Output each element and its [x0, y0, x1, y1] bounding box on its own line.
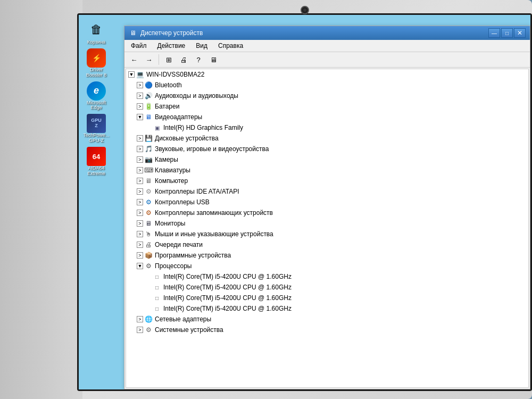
tree-node-ide[interactable]: > ⚙ Контроллеры IDE ATA/ATAPI — [126, 186, 528, 197]
software-icon: 📦 — [144, 251, 153, 260]
cpu2-label: Intel(R) Core(TM) i5-4200U CPU @ 1.60GHz — [163, 284, 292, 291]
tree-node-computer[interactable]: ▼ 💻 WIN-IDVSS0BMA22 — [126, 69, 528, 80]
desktop-icon-driver-booster[interactable]: ⚡ DriverBooster 8 — [80, 48, 112, 78]
tree-node-bluetooth[interactable]: > 🔵 Bluetooth — [126, 80, 528, 90]
back-button[interactable]: ← — [128, 54, 140, 65]
expand-usb[interactable]: > — [137, 199, 143, 205]
tree-node-system[interactable]: > ⚙ Системные устройства — [126, 325, 528, 335]
expand-camera[interactable]: > — [137, 156, 143, 163]
ide-icon: ⚙ — [144, 187, 153, 196]
tree-node-cpu4[interactable]: □ Intel(R) Core(TM) i5-4200U CPU @ 1.60G… — [126, 303, 528, 314]
tree-node-disk[interactable]: > 💾 Дисковые устройства — [126, 133, 528, 144]
expand-sound[interactable]: > — [137, 146, 143, 152]
aida64-label: AIDA64Extreme — [87, 166, 105, 177]
menu-action[interactable]: Действие — [155, 41, 188, 51]
desktop-icons-area: 🗑 Корзина ⚡ DriverBooster 8 e MicrosoftE… — [80, 20, 118, 180]
system-label: Системные устройства — [155, 326, 223, 334]
expand-keyboard[interactable]: > — [137, 167, 143, 173]
screen-button[interactable]: 🖥 — [207, 54, 220, 65]
cpu4-icon: □ — [153, 304, 161, 313]
tree-node-intel-gpu[interactable]: ▣ Intel(R) HD Graphics Family — [126, 122, 528, 133]
expand-display[interactable]: ▼ — [137, 114, 143, 120]
expand-disk[interactable]: > — [137, 135, 143, 142]
expand-ide[interactable]: > — [137, 188, 143, 195]
window-title: Диспетчер устройств — [140, 29, 203, 37]
tree-node-cpu[interactable]: ▼ ⚙ Процессоры — [126, 261, 528, 271]
gpuz-icon: GPUZ — [87, 114, 106, 133]
expand-network[interactable]: > — [137, 316, 143, 322]
menu-help[interactable]: Справка — [216, 41, 245, 51]
expand-audio[interactable]: > — [137, 93, 143, 99]
expand-mouse[interactable]: > — [137, 231, 143, 237]
expand-computer[interactable]: ▼ — [128, 71, 135, 78]
camera-icon: 📷 — [144, 155, 153, 164]
menu-view[interactable]: Вид — [194, 41, 210, 51]
bluetooth-label: Bluetooth — [155, 81, 182, 89]
desktop-icon-gpuz[interactable]: GPUZ TechPowe...GPU-Z — [80, 114, 112, 144]
expand-bluetooth[interactable]: > — [137, 82, 143, 88]
expand-cpu[interactable]: ▼ — [137, 263, 143, 269]
window-toolbar: ← → ⊞ 🖨 ? 🖥 — [124, 52, 530, 68]
expand-storage[interactable]: > — [137, 210, 143, 216]
computer-button[interactable]: ⊞ — [162, 54, 175, 65]
battery-label: Батареи — [155, 103, 179, 110]
tree-node-keyboard[interactable]: > ⌨ Клавиатуры — [126, 165, 528, 176]
window-menubar: Файл Действие Вид Справка — [124, 40, 530, 52]
tree-node-network[interactable]: > 🌐 Сетевые адаптеры — [126, 314, 528, 325]
tree-node-computer2[interactable]: > 🖥 Компьютер — [126, 176, 528, 186]
gpuz-label: TechPowe...GPU-Z — [83, 133, 109, 144]
device-manager-window: 🖥 Диспетчер устройств — □ ✕ Файл Действи… — [124, 26, 530, 389]
expand-monitor[interactable]: > — [137, 220, 143, 227]
tree-node-software[interactable]: > 📦 Программные устройства — [126, 250, 528, 261]
driver-booster-label: DriverBooster 8 — [86, 68, 107, 78]
cpu2-icon: □ — [153, 283, 161, 292]
disk-label: Дисковые устройства — [155, 135, 219, 142]
desktop-icon-aida64[interactable]: 64 AIDA64Extreme — [80, 147, 112, 177]
cpu-label: Процессоры — [155, 262, 192, 270]
pc-icon: 🖥 — [144, 177, 153, 185]
close-button[interactable]: ✕ — [514, 28, 526, 38]
monitor-icon: 🖥 — [144, 219, 153, 228]
recycle-bin-icon: 🗑 — [87, 20, 106, 39]
print-button[interactable]: 🖨 — [177, 54, 190, 65]
device-tree[interactable]: ▼ 💻 WIN-IDVSS0BMA22 > 🔵 Bluetooth > 🔊 Ау… — [126, 69, 529, 388]
screen-desktop: 🗑 Корзина ⚡ DriverBooster 8 e MicrosoftE… — [79, 15, 530, 389]
minimize-button[interactable]: — — [488, 28, 500, 38]
expand-software[interactable]: > — [137, 252, 143, 259]
tree-node-monitor[interactable]: > 🖥 Мониторы — [126, 218, 528, 229]
edge-label: MicrosoftEdge — [87, 101, 106, 111]
tree-node-usb[interactable]: > ⚙ Контроллеры USB — [126, 197, 528, 207]
tree-node-display[interactable]: ▼ 🖥 Видеоадаптеры — [126, 112, 528, 122]
print-label: Очереди печати — [155, 241, 203, 248]
tree-node-storage[interactable]: > ⚙ Контроллеры запоминающих устройств — [126, 207, 528, 218]
tree-node-cpu1[interactable]: □ Intel(R) Core(TM) i5-4200U CPU @ 1.60G… — [126, 271, 528, 282]
forward-button[interactable]: → — [143, 54, 155, 65]
sound-label: Звуковые, игровые и видеоустройства — [155, 145, 269, 153]
tree-node-sound[interactable]: > 🎵 Звуковые, игровые и видеоустройства — [126, 144, 528, 154]
keyboard-icon: ⌨ — [144, 166, 153, 174]
tree-node-battery[interactable]: > 🔋 Батареи — [126, 101, 528, 112]
tree-node-audio[interactable]: > 🔊 Аудиовходы и аудиовыходы — [126, 90, 528, 101]
tree-node-camera[interactable]: > 📷 Камеры — [126, 154, 528, 165]
tree-node-cpu3[interactable]: □ Intel(R) Core(TM) i5-4200U CPU @ 1.60G… — [126, 293, 528, 303]
expand-computer2[interactable]: > — [137, 178, 143, 184]
tree-node-print[interactable]: > 🖨 Очереди печати — [126, 239, 528, 250]
cpu3-icon: □ — [153, 294, 161, 302]
help-button[interactable]: ? — [192, 54, 205, 65]
tree-node-cpu2[interactable]: □ Intel(R) Core(TM) i5-4200U CPU @ 1.60G… — [126, 282, 528, 293]
tree-node-mouse[interactable]: > 🖱 Мыши и иные указывающие устройства — [126, 229, 528, 239]
cpu4-label: Intel(R) Core(TM) i5-4200U CPU @ 1.60GHz — [163, 305, 292, 312]
maximize-button[interactable]: □ — [501, 28, 513, 38]
expand-print[interactable]: > — [137, 242, 143, 248]
expand-system[interactable]: > — [137, 327, 143, 333]
display-label: Видеоадаптеры — [155, 113, 202, 121]
storage-icon: ⚙ — [144, 209, 153, 217]
desktop-icon-edge[interactable]: e MicrosoftEdge — [80, 81, 112, 111]
menu-file[interactable]: Файл — [129, 41, 149, 51]
desktop-icon-recycle-bin[interactable]: 🗑 Корзина — [80, 20, 112, 45]
camera-label: Камеры — [155, 156, 178, 163]
monitor-label: Мониторы — [155, 220, 185, 227]
expand-battery[interactable]: > — [137, 103, 143, 110]
toolbar-sep1 — [159, 54, 159, 65]
audio-label: Аудиовходы и аудиовыходы — [155, 92, 238, 99]
